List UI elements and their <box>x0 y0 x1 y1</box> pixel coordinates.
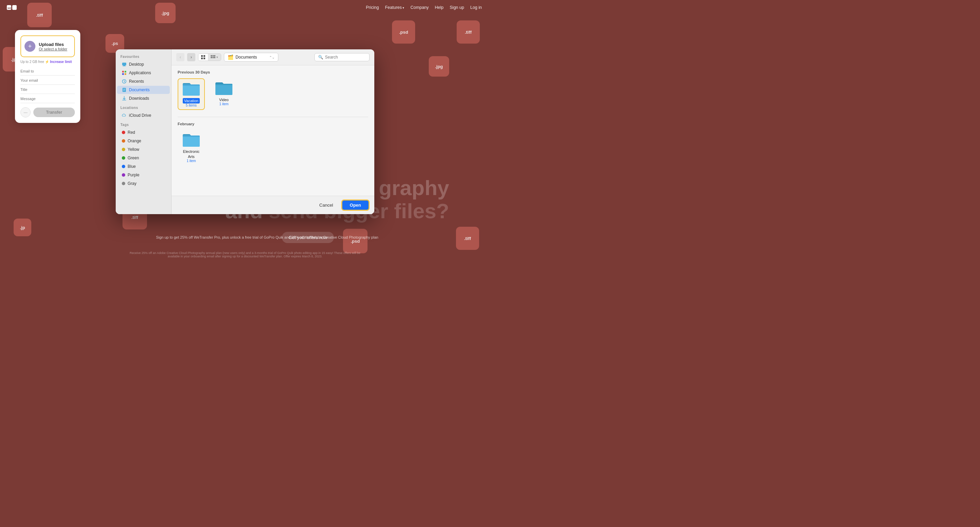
tag-gray-label: Gray <box>127 181 137 186</box>
locations-label: Locations <box>116 106 171 111</box>
location-chevron-icon: ⌃⌄ <box>269 56 275 59</box>
svg-rect-14 <box>123 91 124 91</box>
tag-yellow-label: Yellow <box>127 147 139 152</box>
location-selector[interactable]: 🗂️ Documents ⌃⌄ <box>224 53 278 62</box>
sidebar-downloads-label: Downloads <box>129 96 149 101</box>
search-box: 🔍 <box>314 53 369 61</box>
folder-vacation-count: 5 items <box>186 103 197 107</box>
file-picker-dialog: Favourites Desktop Applications <box>116 49 374 214</box>
svg-rect-13 <box>123 90 125 90</box>
svg-rect-19 <box>211 55 213 57</box>
sidebar-tag-red[interactable]: Red <box>117 128 170 137</box>
open-button[interactable]: Open <box>341 199 369 211</box>
section-previous-30-days: Previous 30 Days <box>178 70 368 74</box>
folder-vacation-name: Vacation <box>183 98 200 103</box>
svg-rect-16 <box>204 55 205 57</box>
sidebar-applications-label: Applications <box>129 70 151 75</box>
forward-button[interactable]: › <box>187 53 195 61</box>
green-dot <box>122 156 125 160</box>
file-grid-february: Electronic Arts 1 item <box>178 130 368 165</box>
sidebar-item-icloud[interactable]: iCloud Drive <box>117 111 170 119</box>
svg-rect-6 <box>122 71 124 73</box>
sidebar-icloud-label: iCloud Drive <box>129 113 151 118</box>
file-grid-recent: Vacation 5 items Video 1 item <box>178 78 368 110</box>
tag-blue-label: Blue <box>127 164 136 169</box>
tags-label: Tags <box>116 123 171 128</box>
folder-video-count: 1 item <box>219 102 228 106</box>
back-button[interactable]: ‹ <box>176 53 185 61</box>
svg-rect-9 <box>124 73 126 75</box>
folder-electronicarts[interactable]: Electronic Arts 1 item <box>178 130 205 165</box>
sidebar-desktop-label: Desktop <box>129 62 144 67</box>
sidebar-item-desktop[interactable]: Desktop <box>117 60 170 68</box>
location-folder-icon: 🗂️ <box>228 54 234 60</box>
tag-green-label: Green <box>127 156 139 160</box>
orange-dot <box>122 139 125 143</box>
sidebar-tag-yellow[interactable]: Yellow <box>117 145 170 154</box>
svg-rect-18 <box>204 57 205 59</box>
search-icon: 🔍 <box>318 55 323 60</box>
sidebar-item-downloads[interactable]: Downloads <box>117 94 170 102</box>
sidebar-documents-label: Documents <box>129 88 150 92</box>
folder-electronicarts-count: 1 item <box>186 159 196 163</box>
tag-orange-label: Orange <box>127 139 141 143</box>
dialog-overlay: Favourites Desktop Applications <box>0 0 490 263</box>
tag-red-label: Red <box>127 130 135 135</box>
svg-rect-8 <box>122 73 124 75</box>
red-dot <box>122 131 125 134</box>
folder-video[interactable]: Video 1 item <box>210 78 237 110</box>
main-content: ‹ › <box>172 49 374 214</box>
purple-dot <box>122 173 125 177</box>
folder-electronicarts-name: Electronic Arts <box>180 149 203 159</box>
view-toggle: ▾ <box>198 53 221 61</box>
gray-dot <box>122 182 125 185</box>
svg-rect-7 <box>124 71 126 73</box>
svg-rect-17 <box>201 57 203 59</box>
location-label: Documents <box>235 55 257 60</box>
svg-rect-3 <box>122 63 126 65</box>
tag-purple-label: Purple <box>127 173 140 177</box>
file-area: Previous 30 Days Vacation 5 items <box>172 65 374 196</box>
svg-rect-21 <box>211 57 213 58</box>
svg-rect-20 <box>213 55 215 57</box>
grid-view-button[interactable] <box>198 54 208 61</box>
folder-video-name: Video <box>219 97 229 102</box>
section-february: February <box>178 122 368 126</box>
bottom-bar: Cancel Open <box>172 196 374 214</box>
cancel-button[interactable]: Cancel <box>314 201 337 210</box>
sidebar-item-applications[interactable]: Applications <box>117 69 170 77</box>
svg-rect-15 <box>201 55 203 57</box>
toolbar: ‹ › <box>172 49 374 65</box>
sidebar-tag-gray[interactable]: Gray <box>117 180 170 188</box>
yellow-dot <box>122 148 125 151</box>
sidebar: Favourites Desktop Applications <box>116 49 172 214</box>
folder-vacation[interactable]: Vacation 5 items <box>178 78 205 110</box>
sidebar-tag-purple[interactable]: Purple <box>117 171 170 179</box>
favourites-label: Favourites <box>116 55 171 60</box>
sidebar-tag-green[interactable]: Green <box>117 154 170 162</box>
sidebar-tag-blue[interactable]: Blue <box>117 162 170 170</box>
search-input[interactable] <box>325 55 366 60</box>
blue-dot <box>122 165 125 168</box>
sidebar-recents-label: Recents <box>129 79 144 84</box>
svg-rect-22 <box>213 57 215 58</box>
sidebar-tag-orange[interactable]: Orange <box>117 137 170 145</box>
list-view-button[interactable]: ▾ <box>208 54 221 61</box>
sidebar-item-recents[interactable]: Recents <box>117 77 170 86</box>
sidebar-item-documents[interactable]: Documents <box>117 86 170 94</box>
